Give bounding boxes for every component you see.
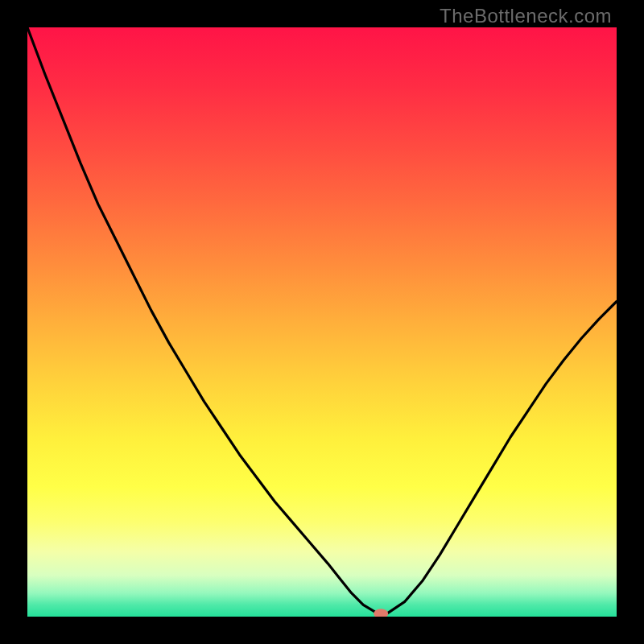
bottleneck-curve: [27, 27, 617, 613]
gradient-background: [27, 27, 617, 617]
curve-layer: [27, 27, 617, 617]
plot-area: [27, 27, 617, 617]
gradient-rect: [27, 27, 617, 617]
optimal-point-marker: [374, 609, 388, 617]
chart-frame: TheBottleneck.com: [0, 0, 644, 644]
watermark-text: TheBottleneck.com: [440, 5, 612, 27]
